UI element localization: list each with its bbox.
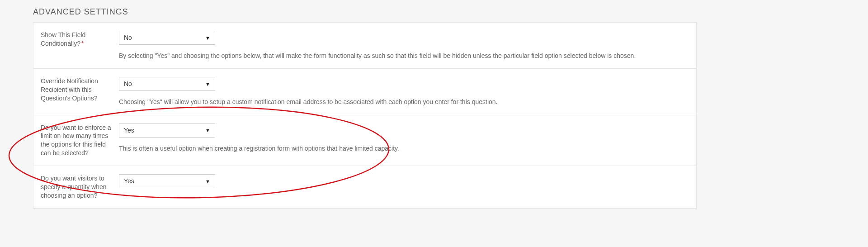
- select-value: Yes: [119, 124, 215, 137]
- select-override-recipient[interactable]: No ▼: [119, 77, 215, 91]
- required-mark: *: [81, 40, 84, 47]
- settings-panel: Show This Field Conditionally?* No ▼ By …: [33, 22, 697, 209]
- select-value: No: [119, 77, 215, 90]
- label-specify-quantity: Do you want visitors to specify a quanti…: [41, 174, 119, 200]
- helper-override-recipient: Choosing "Yes" will allow you to setup a…: [119, 97, 689, 106]
- label-enforce-limit: Do you want to enforce a limit on how ma…: [41, 124, 119, 158]
- select-value: No: [119, 31, 215, 44]
- helper-show-conditionally: By selecting "Yes" and choosing the opti…: [119, 51, 689, 60]
- label-text: Do you want visitors to specify a quanti…: [41, 175, 107, 199]
- section-title: ADVANCED SETTINGS: [33, 7, 697, 17]
- select-show-conditionally[interactable]: No ▼: [119, 31, 215, 45]
- row-specify-quantity: Do you want visitors to specify a quanti…: [33, 166, 696, 209]
- select-value: Yes: [119, 175, 215, 188]
- row-override-recipient: Override Notification Recipient with thi…: [33, 69, 696, 115]
- select-specify-quantity[interactable]: Yes ▼: [119, 174, 215, 188]
- row-show-conditionally: Show This Field Conditionally?* No ▼ By …: [33, 23, 696, 69]
- label-override-recipient: Override Notification Recipient with thi…: [41, 77, 119, 103]
- label-text: Show This Field Conditionally?: [41, 31, 85, 47]
- advanced-settings-section: ADVANCED SETTINGS Show This Field Condit…: [33, 7, 697, 209]
- helper-enforce-limit: This is often a useful option when creat…: [119, 144, 689, 153]
- label-text: Override Notification Recipient with thi…: [41, 77, 98, 102]
- label-show-conditionally: Show This Field Conditionally?*: [41, 31, 119, 48]
- label-text: Do you want to enforce a limit on how ma…: [41, 124, 111, 157]
- row-enforce-limit: Do you want to enforce a limit on how ma…: [33, 115, 696, 166]
- select-enforce-limit[interactable]: Yes ▼: [119, 124, 215, 138]
